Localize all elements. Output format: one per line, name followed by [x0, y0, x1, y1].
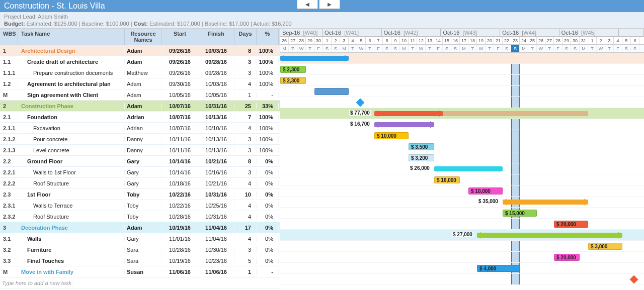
gantt-row: $ 3,000 [280, 241, 644, 252]
table-row[interactable]: 3.3Final TouchesSara10/19/1610/23/1650% [0, 255, 280, 266]
gantt-row [280, 274, 644, 285]
task-bar[interactable]: $ 2,300 [280, 66, 306, 73]
new-task-row[interactable]: Type here to add a new task [0, 277, 280, 288]
date-cell: 27 [289, 37, 297, 44]
table-row[interactable]: 3.1WallsGary11/01/1611/04/1640% [0, 233, 280, 244]
table-row[interactable]: 2.1.1ExcavationAdrian10/07/1610/10/16410… [0, 123, 280, 134]
date-cell: 22 [503, 37, 511, 44]
table-row[interactable]: 2.3.2Roof StructureToby10/28/1610/31/164… [0, 211, 280, 222]
summary-bar[interactable] [374, 111, 443, 116]
dow-cell: T [528, 45, 537, 52]
gantt-row: $ 4,000 [280, 263, 644, 274]
gantt-row: $ 2,300 [280, 64, 644, 75]
summary-bar[interactable] [280, 56, 349, 61]
dow-cell: F [614, 45, 622, 52]
task-bar[interactable]: $ 2,300 [280, 77, 306, 84]
table-row[interactable]: 2Construction PhaseAdam10/07/1610/31/162… [0, 101, 280, 112]
table-row[interactable]: 2.2Ground FloorGary10/14/1610/21/1680% [0, 156, 280, 167]
nav-next-button[interactable]: ▶ [319, 0, 340, 9]
task-bar[interactable]: $ 4,000 [477, 265, 520, 272]
table-row[interactable]: MMove in with FamilySusan11/06/1611/06/1… [0, 266, 280, 277]
dow-cell: M [340, 45, 349, 52]
date-cell: 6 [631, 37, 639, 44]
task-bar[interactable]: $ 15,000 [503, 210, 537, 217]
date-cell: 24 [520, 37, 528, 44]
dow-cell: S [323, 45, 332, 52]
col-wbs[interactable]: WBS [0, 29, 18, 45]
budget-label: Budget: [4, 21, 25, 27]
col-pct[interactable]: % [257, 29, 279, 45]
date-cell: 14 [434, 37, 443, 44]
dow-cell: T [409, 45, 417, 52]
dow-cell: M [580, 45, 588, 52]
col-finish[interactable]: Finish [198, 29, 234, 45]
col-resource[interactable]: Resource Names [125, 29, 162, 45]
task-bar[interactable]: $ 20,000 [554, 254, 580, 261]
gantt-row: $ 20,000 [280, 252, 644, 263]
bar-cost-label: $ 35,000 [477, 199, 499, 204]
timeline-header: Sep-16 [W40]Oct-16 [W41]Oct-16 [W42]Oct-… [280, 29, 644, 53]
date-cell: 26 [537, 37, 545, 44]
cost-label: Cost: [134, 21, 148, 27]
dow-cell: T [605, 45, 614, 52]
task-bar[interactable]: $ 20,000 [554, 221, 588, 228]
table-row[interactable]: 3Decoration PhaseAdam10/19/1611/04/16170… [0, 222, 280, 233]
table-row[interactable]: 2.3.1Walls to TerraceToby10/22/1610/25/1… [0, 200, 280, 211]
date-cell: 1 [323, 37, 332, 44]
date-cell: 29 [562, 37, 571, 44]
date-cell: 15 [443, 37, 451, 44]
summary-bar[interactable] [477, 233, 622, 238]
gantt-row: $ 10,000 [280, 130, 644, 141]
date-cell: 30 [571, 37, 580, 44]
summary-bar[interactable] [434, 166, 503, 171]
table-row[interactable]: 1.1Create draft of architectureAdam09/26… [0, 56, 280, 67]
milestone-icon[interactable] [630, 275, 638, 284]
table-row[interactable]: 1.2Agreement to architectural planAdam09… [0, 78, 280, 89]
date-cell: 10 [400, 37, 409, 44]
summary-bar[interactable] [503, 200, 588, 205]
task-bar[interactable]: $ 3,000 [588, 243, 622, 250]
task-bar[interactable]: $ 3,500 [409, 143, 434, 150]
task-bar[interactable] [314, 88, 349, 95]
table-row[interactable]: 2.1.3Level concreteDanny10/11/1610/13/16… [0, 145, 280, 156]
table-row[interactable]: 3.2FurnitureSara10/28/1610/30/1630% [0, 244, 280, 255]
nav-prev-button[interactable]: ◀ [297, 0, 318, 9]
table-row[interactable]: 2.2.2Roof StructureGary10/18/1610/21/164… [0, 178, 280, 189]
date-cell: 4 [349, 37, 357, 44]
task-bar[interactable]: $ 16,000 [434, 176, 460, 183]
task-bar[interactable]: $ 3,200 [409, 154, 434, 161]
dow-cell: W [297, 45, 306, 52]
date-cell: 5 [357, 37, 366, 44]
date-cell: 5 [622, 37, 631, 44]
col-start[interactable]: Start [162, 29, 198, 45]
milestone-icon[interactable] [356, 99, 365, 107]
table-row[interactable]: 1Architectural DesignAdam09/26/1610/03/1… [0, 45, 280, 56]
table-row[interactable]: 2.31st FloorToby10/22/1610/31/16100% [0, 189, 280, 200]
table-row[interactable]: 2.2.1Walls to 1st FloorGary10/14/1610/16… [0, 167, 280, 178]
date-cell: 25 [528, 37, 537, 44]
project-lead-value: Adam Smith [38, 14, 68, 20]
date-cell: 20 [486, 37, 494, 44]
table-row[interactable]: 2.1FoundationAdrian10/07/1610/13/167100% [0, 112, 280, 123]
table-row[interactable]: MSign agreement with ClientAdam10/05/161… [0, 89, 280, 101]
dow-cell: S [332, 45, 340, 52]
task-bar[interactable]: $ 10,000 [468, 187, 503, 195]
summary-bar[interactable] [374, 122, 434, 127]
dow-cell: F [434, 45, 443, 52]
date-cell: 27 [545, 37, 554, 44]
gantt-row: $ 35,000 [280, 197, 644, 208]
dow-cell: T [289, 45, 297, 52]
table-row[interactable]: 1.1.1Prepare construction documentsMatth… [0, 67, 280, 78]
date-cell: 26 [280, 37, 289, 44]
date-cell: 6 [366, 37, 374, 44]
title-bar: Construction - St. Louis Villa ◀ ▶ [0, 0, 644, 12]
table-row[interactable]: 2.1.2Pour concreteDanny10/11/1610/13/163… [0, 134, 280, 145]
date-cell: 28 [297, 37, 306, 44]
col-days[interactable]: Days [234, 29, 257, 45]
col-task-name[interactable]: Task Name [18, 29, 125, 45]
gantt-row: $ 20,000 [280, 219, 644, 230]
date-cell: 17 [460, 37, 468, 44]
dow-cell: F [494, 45, 503, 52]
dow-cell: W [357, 45, 366, 52]
task-bar[interactable]: $ 10,000 [374, 132, 409, 139]
